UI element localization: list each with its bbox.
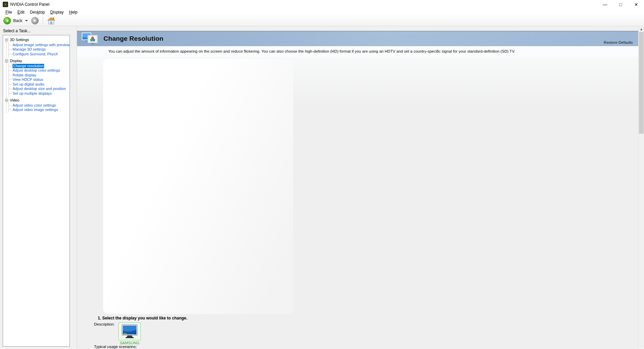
main-pane: Change Resolution Restore Defaults You c… [77, 26, 638, 349]
page-title: Change Resolution [103, 35, 164, 42]
restore-defaults-button[interactable]: Restore Defaults [604, 40, 633, 44]
scrollbar-thumb[interactable] [639, 32, 644, 134]
collapse-icon[interactable] [5, 59, 8, 62]
tree-item[interactable]: Adjust desktop size and position [9, 87, 69, 91]
page-description: You can adjust the amount of information… [77, 46, 638, 57]
tree-item[interactable]: Adjust desktop color settings [9, 68, 69, 73]
tree-item[interactable]: Adjust video color settings [9, 103, 69, 108]
task-sidebar-header: Select a Task... [3, 29, 77, 33]
tree-item[interactable]: View HDCP status [9, 77, 69, 82]
change-resolution-icon [81, 32, 99, 45]
page-banner: Change Resolution Restore Defaults [77, 31, 638, 46]
collapse-icon[interactable] [5, 38, 8, 41]
forward-arrow-icon [33, 19, 37, 23]
menu-help[interactable]: Help [66, 10, 80, 15]
toolbar-separator [43, 17, 43, 25]
monitor-icon [120, 324, 139, 339]
tree-connector [9, 75, 12, 75]
tree-item[interactable]: Adjust image settings with preview [9, 43, 69, 48]
typical-usage-label: Typical usage scenarios: [94, 345, 137, 349]
navigation-toolbar: Back [0, 15, 644, 26]
window-title: NVIDIA Control Panel [10, 2, 49, 7]
menu-edit[interactable]: Edit [15, 10, 27, 15]
back-button[interactable] [3, 17, 11, 24]
tree-connector [9, 66, 12, 66]
tree-connector [9, 110, 12, 110]
task-sidebar: Select a Task... 3D Settings Adjust imag… [0, 26, 77, 349]
maximize-button[interactable]: □ [613, 0, 628, 9]
collapse-icon[interactable] [5, 99, 8, 102]
tree-item[interactable]: Rotate display [9, 73, 69, 78]
back-arrow-icon [5, 19, 9, 23]
tree-connector [9, 84, 12, 85]
title-bar: NVIDIA Control Panel — □ ✕ [0, 0, 644, 9]
back-history-dropdown-icon[interactable] [25, 20, 28, 21]
task-tree: 3D Settings Adjust image settings with p… [3, 35, 70, 347]
tree-connector [9, 89, 12, 89]
tree-item[interactable]: Configure Surround, PhysX [9, 52, 69, 57]
tree-connector [9, 79, 12, 80]
menu-file[interactable]: File [3, 10, 15, 15]
description-label: Description: [94, 322, 115, 326]
vertical-scrollbar[interactable]: ▲ [638, 26, 644, 349]
tree-item[interactable]: Set up digital audio [9, 82, 69, 87]
tree-category-3d-settings[interactable]: 3D Settings [5, 38, 69, 42]
menu-bar: File Edit Desktop Display Help [0, 9, 644, 15]
content-area: 1. Select the display you would like to … [77, 57, 638, 349]
home-button[interactable] [47, 17, 55, 25]
tree-item[interactable]: Set up multiple displays [9, 91, 69, 96]
forward-button[interactable] [31, 17, 39, 24]
tree-item[interactable]: Manage 3D settings [9, 47, 69, 52]
tree-connector [9, 49, 12, 50]
tree-connector [9, 70, 12, 71]
tree-item-selected[interactable]: Change resolution [9, 64, 69, 69]
tree-connector [9, 93, 12, 94]
menu-display[interactable]: Display [48, 10, 66, 15]
scroll-up-icon[interactable]: ▲ [639, 26, 644, 32]
tree-connector [9, 45, 12, 45]
close-button[interactable]: ✕ [628, 0, 644, 9]
tree-item[interactable]: Adjust video image settings [9, 108, 69, 112]
nvidia-logo-icon [3, 2, 8, 7]
tree-category-video[interactable]: Video [5, 98, 69, 103]
tree-category-display[interactable]: Display [5, 59, 69, 63]
tree-connector [9, 105, 12, 106]
display-tile-samsung[interactable] [118, 323, 141, 340]
back-button-label[interactable]: Back [13, 18, 22, 23]
content-panel [103, 59, 293, 314]
step1-title: 1. Select the display you would like to … [98, 316, 638, 320]
tree-connector [9, 54, 12, 54]
minimize-button[interactable]: — [597, 0, 613, 9]
menu-desktop[interactable]: Desktop [27, 10, 48, 15]
